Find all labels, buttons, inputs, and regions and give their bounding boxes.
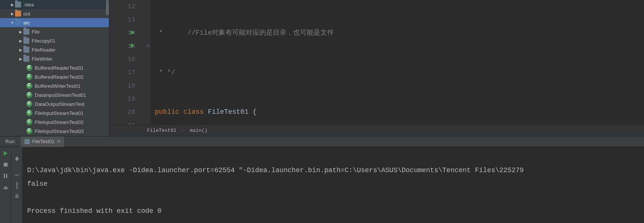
pause-icon: [4, 174, 7, 178]
console-line: Process finished with exit code 0: [27, 207, 161, 215]
scroll-to-end-button[interactable]: [17, 182, 17, 189]
down-stack-button[interactable]: [15, 161, 19, 168]
tree-item-filecopy[interactable]: ▶ Filecopy01: [0, 36, 109, 45]
application-icon: [24, 139, 30, 144]
folder-icon: [15, 11, 21, 17]
chevron-right-icon: ▶: [18, 30, 23, 34]
soft-wrap-button[interactable]: ↩: [15, 173, 19, 178]
package-icon: [23, 29, 29, 35]
arrow-down-icon: [15, 158, 19, 168]
line-number: 17: [109, 66, 135, 79]
stop-button[interactable]: [2, 161, 9, 168]
class-icon: [26, 65, 32, 71]
tree-item-file[interactable]: ▶ File: [0, 27, 109, 36]
class-icon: [26, 92, 32, 98]
tree-item-src[interactable]: ▼ src: [0, 18, 109, 27]
folder-icon: [15, 2, 21, 8]
stop-icon: [4, 163, 8, 166]
line-number: 18: [109, 79, 135, 92]
tree-item-out[interactable]: ▶ out: [0, 9, 109, 18]
class-icon: [26, 119, 32, 125]
breadcrumb-separator-icon: ›: [182, 128, 185, 133]
rerun-button[interactable]: [2, 150, 9, 157]
tree-label: BufferedWriterTest01: [35, 83, 81, 89]
tree-item-filewriter[interactable]: ▶ FileWriter: [0, 54, 109, 63]
tree-label: out: [23, 11, 30, 17]
code-editor[interactable]: 12 13 14 15 16 17 18 19 20 21 ⊟ * //File…: [109, 0, 644, 136]
code-content[interactable]: * //File对象有可能对应的是目录，也可能是文件 * */ public c…: [151, 0, 644, 125]
run-panel: Run: FileTest01 ✕ ⏏ ↩ 🖶 D:\Java\jdk\bin\…: [0, 136, 644, 223]
up-stack-button[interactable]: [15, 150, 19, 157]
package-icon: [23, 56, 29, 62]
breadcrumb-item[interactable]: FileTest01: [147, 128, 176, 133]
class-icon: [26, 74, 32, 80]
class-icon: [26, 128, 32, 134]
tree-label: FileInputStreamTest01: [35, 110, 84, 116]
line-number: 20: [109, 105, 135, 119]
run-tab-label: FileTest01: [32, 139, 54, 144]
play-icon: [4, 151, 8, 156]
tree-item-class[interactable]: DataInputStreamTest01: [0, 90, 109, 99]
exit-icon: ⏏: [3, 185, 8, 190]
class-icon: [26, 83, 32, 89]
tree-label: FileReader: [32, 47, 56, 53]
chevron-down-icon: ▼: [10, 21, 15, 25]
tree-item-filereader[interactable]: ▶ FileReader: [0, 45, 109, 54]
breadcrumb-item[interactable]: main(): [190, 128, 208, 133]
run-tab[interactable]: FileTest01 ✕: [21, 136, 64, 147]
line-number: 19: [109, 92, 135, 105]
run-line-icon[interactable]: [131, 43, 135, 48]
fold-column[interactable]: ⊟: [145, 0, 151, 125]
line-number: 15: [109, 40, 135, 53]
line-number: 14: [109, 26, 135, 40]
tree-item-class[interactable]: DataOutputStreamTest: [0, 99, 109, 108]
scrollbar-vertical[interactable]: [106, 0, 109, 15]
line-number: 12: [109, 0, 135, 13]
chevron-right-icon: ▶: [18, 48, 23, 52]
class-icon: [26, 101, 32, 107]
tree-item-class[interactable]: BufferedReaderTest01: [0, 63, 109, 72]
console-line: false: [27, 180, 47, 188]
line-number: 16: [109, 53, 135, 66]
console-output[interactable]: D:\Java\jdk\bin\java.exe -Didea.launcher…: [23, 147, 644, 223]
tree-item-class[interactable]: FileInputStreamTest02: [0, 118, 109, 127]
package-icon: [23, 47, 29, 53]
tree-label: FileInputStreamTest03: [35, 128, 84, 134]
close-icon[interactable]: ✕: [57, 139, 61, 144]
package-icon: [23, 38, 29, 44]
tree-item-class[interactable]: BufferedReaderTest02: [0, 72, 109, 81]
tree-label: .idea: [23, 2, 34, 8]
folder-icon: [15, 20, 21, 26]
run-toolbar-secondary: ↩ 🖶: [11, 147, 23, 223]
print-button[interactable]: 🖶: [15, 194, 19, 199]
run-label: Run:: [0, 139, 21, 144]
chevron-right-icon: ▶: [18, 39, 23, 43]
tree-label: FileWriter: [32, 56, 52, 62]
tree-item-class[interactable]: FileInputStreamTest01: [0, 108, 109, 118]
tree-label: BufferedReaderTest02: [35, 74, 84, 80]
scroll-end-icon: [17, 182, 17, 189]
tree-label: Filecopy01: [32, 38, 55, 44]
code-text: * //File对象有可能对应的是目录，也可能是文件: [155, 29, 334, 37]
wrap-icon: ↩: [15, 173, 19, 178]
run-line-icon[interactable]: [131, 30, 135, 35]
line-number: 21: [109, 119, 135, 125]
tree-label: BufferedReaderTest01: [35, 65, 84, 71]
tree-item-class[interactable]: FileInputStreamTest03: [0, 127, 109, 136]
line-number-gutter: 12 13 14 15 16 17 18 19 20 21: [109, 0, 145, 125]
fold-marker-icon[interactable]: ⊟: [145, 40, 151, 53]
run-toolbar-primary: ⏏: [0, 147, 11, 223]
pause-button[interactable]: [2, 173, 9, 179]
run-header: Run: FileTest01 ✕: [0, 136, 644, 147]
tree-label: DataInputStreamTest01: [35, 92, 86, 98]
exit-button[interactable]: ⏏: [2, 184, 9, 191]
tree-item-class[interactable]: BufferedWriterTest01: [0, 81, 109, 90]
project-tree[interactable]: ▶ .idea ▶ out ▼ src ▶ File ▶ Filecopy01 …: [0, 0, 109, 136]
tree-label: FileInputStreamTest02: [35, 119, 84, 125]
tree-item-idea[interactable]: ▶ .idea: [0, 0, 109, 9]
chevron-right-icon: ▶: [18, 57, 23, 61]
tree-label: DataOutputStreamTest: [35, 101, 84, 107]
tree-label: src: [23, 20, 30, 26]
class-icon: [26, 110, 32, 116]
line-number: 13: [109, 13, 135, 26]
